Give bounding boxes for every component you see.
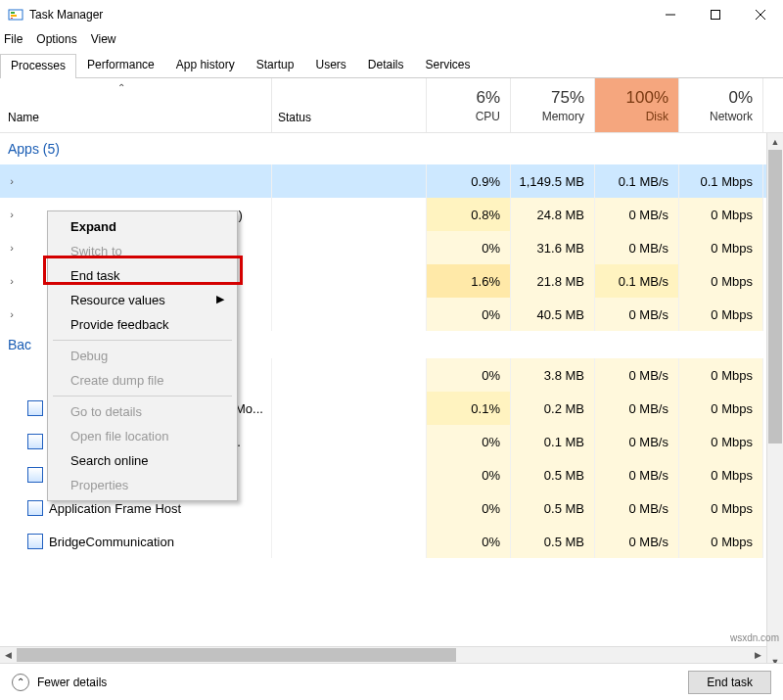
tab-services[interactable]: Services [415,53,482,77]
group-background-label: Bac [8,337,31,352]
menu-file[interactable]: File [4,32,23,46]
scroll-left-icon[interactable]: ◀ [0,647,17,663]
expand-icon[interactable]: › [6,209,18,220]
process-icon [27,500,43,516]
svg-rect-3 [11,18,13,19]
cell-disk: 0.1 MB/s [595,164,679,198]
column-memory[interactable]: 75% Memory [511,78,595,132]
column-cpu[interactable]: 6% CPU [427,78,511,132]
separator [53,396,232,397]
group-apps[interactable]: Apps (5) [0,133,783,164]
separator [53,340,232,341]
ctx-expand[interactable]: Expand [51,214,234,239]
ctx-properties: Properties [51,473,234,497]
cell-network: 0 Mbps [679,425,763,458]
column-network[interactable]: 0% Network [679,78,763,132]
column-disk[interactable]: 100% Disk [595,78,679,132]
close-button[interactable] [738,0,783,29]
expand-icon[interactable]: › [6,308,18,320]
cpu-label: CPU [476,110,500,123]
column-name[interactable]: ⌃ Name [0,78,272,132]
chevron-right-icon: ▶ [216,293,224,305]
cell-cpu: 0% [427,231,511,264]
cell-disk: 0 MB/s [595,198,679,231]
process-icon [27,534,43,549]
ctx-resource-values[interactable]: Resource values▶ [51,288,234,312]
cell-memory: 0.5 MB [511,458,595,491]
scroll-thumb[interactable] [17,648,456,662]
process-icon [27,467,43,483]
ctx-open-location: Open file location [51,424,234,448]
scroll-right-icon[interactable]: ▶ [750,647,766,663]
expand-icon[interactable]: › [6,242,18,254]
expand-icon[interactable]: › [6,175,18,187]
cell-cpu: 0% [427,491,511,525]
cell-cpu: 0% [427,525,511,558]
cell-memory: 0.2 MB [511,392,595,425]
cell-network: 0 Mbps [679,525,763,558]
cell-memory: 0.1 MB [511,425,595,458]
cell-cpu: 0% [427,425,511,458]
cell-cpu: 0% [427,298,511,331]
tab-processes[interactable]: Processes [0,54,76,78]
process-row[interactable]: BridgeCommunication 0% 0.5 MB 0 MB/s 0 M… [0,525,783,558]
tab-app-history[interactable]: App history [165,53,246,77]
horizontal-scrollbar[interactable]: ◀ ▶ [0,646,766,663]
column-headers: ⌃ Name Status 6% CPU 75% Memory 100% Dis… [0,78,783,133]
fewer-details-label: Fewer details [37,676,107,689]
scroll-thumb[interactable] [768,150,782,443]
cell-network: 0 Mbps [679,392,763,425]
ctx-create-dump: Create dump file [51,368,234,393]
process-name: Application Frame Host [49,501,181,516]
tab-strip: Processes Performance App history Startu… [0,53,783,78]
group-apps-label: Apps (5) [8,141,60,157]
tab-startup[interactable]: Startup [246,53,305,77]
vertical-scrollbar[interactable]: ▲ ▼ [766,133,783,670]
window-title: Task Manager [29,8,648,22]
process-row[interactable]: › 0.9% 1,149.5 MB 0.1 MB/s 0.1 Mbps [0,164,783,198]
cell-disk: 0 MB/s [595,425,679,458]
chevron-up-icon: ⌃ [12,674,29,691]
process-icon [27,434,43,449]
column-status[interactable]: Status [272,78,427,132]
cpu-percent: 6% [476,88,500,108]
fewer-details-button[interactable]: ⌃ Fewer details [12,674,688,691]
cell-memory: 31.6 MB [511,231,595,264]
cell-disk: 0 MB/s [595,525,679,558]
cell-disk: 0 MB/s [595,392,679,425]
tab-users[interactable]: Users [304,53,356,77]
tab-details[interactable]: Details [357,53,415,77]
network-percent: 0% [728,88,753,108]
cell-network: 0 Mbps [679,198,763,231]
cell-cpu: 0% [427,458,511,491]
ctx-debug: Debug [51,344,234,368]
watermark: wsxdn.com [730,632,779,643]
tab-performance[interactable]: Performance [76,53,165,77]
column-name-label: Name [8,111,39,124]
expand-icon[interactable]: › [6,275,18,287]
menu-options[interactable]: Options [36,32,76,46]
cell-network: 0 Mbps [679,264,763,298]
ctx-go-details: Go to details [51,399,234,424]
process-name: Mo... [235,401,263,416]
maximize-button[interactable] [693,0,738,29]
ctx-provide-feedback[interactable]: Provide feedback [51,312,234,337]
ctx-search-online[interactable]: Search online [51,448,234,473]
cell-memory: 0.5 MB [511,525,595,558]
menu-view[interactable]: View [91,32,116,46]
cell-cpu: 0.8% [427,198,511,231]
context-menu: Expand Switch to End task Resource value… [47,210,238,501]
cell-memory: 40.5 MB [511,298,595,331]
cell-memory: 1,149.5 MB [511,164,595,198]
network-label: Network [710,110,753,123]
ctx-end-task[interactable]: End task [51,263,234,288]
scroll-up-icon[interactable]: ▲ [767,133,783,150]
cell-network: 0 Mbps [679,491,763,525]
minimize-button[interactable] [648,0,693,29]
cell-cpu: 0.1% [427,392,511,425]
cell-network: 0 Mbps [679,231,763,264]
sort-indicator-icon: ⌃ [117,82,125,93]
end-task-button[interactable]: End task [688,671,771,694]
titlebar: Task Manager [0,0,783,29]
svg-rect-5 [712,11,720,20]
